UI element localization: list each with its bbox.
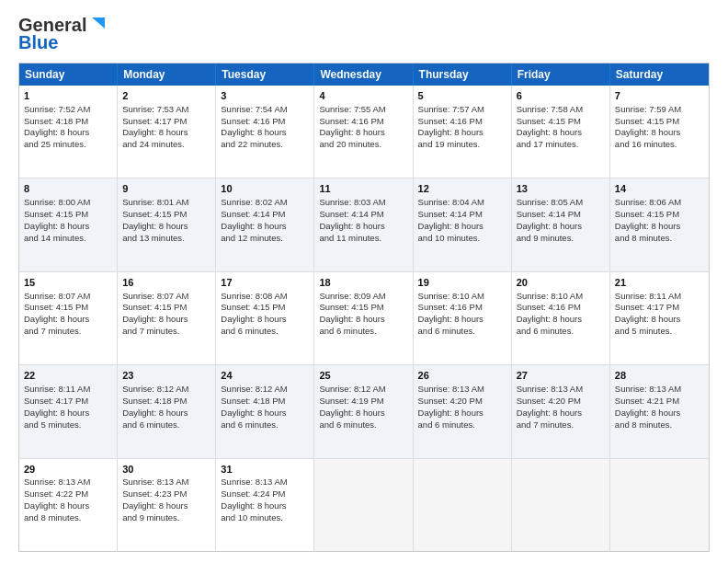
sunrise: Sunrise: 8:12 AM [319,384,385,394]
calendar-row-1: 1Sunrise: 7:52 AMSunset: 4:18 PMDaylight… [19,86,709,178]
day-number: 22 [24,369,112,383]
daylight: Daylight: 8 hours [319,314,384,324]
cal-cell-23: 23Sunrise: 8:12 AMSunset: 4:18 PMDayligh… [118,365,216,457]
daylight-cont: and 6 minutes. [221,419,278,430]
sunrise: Sunrise: 8:11 AM [615,291,681,301]
sunrise: Sunrise: 8:09 AM [319,291,385,301]
day-number: 28 [615,369,704,383]
daylight-cont: and 7 minutes. [122,326,179,336]
sunset: Sunset: 4:15 PM [319,302,383,312]
daylight-cont: and 17 minutes. [517,139,579,149]
sunrise: Sunrise: 7:55 AM [319,104,385,114]
empty-cell [414,459,512,551]
sunset: Sunset: 4:14 PM [319,209,383,219]
cal-cell-20: 20Sunrise: 8:10 AMSunset: 4:16 PMDayligh… [512,272,610,364]
cal-cell-13: 13Sunrise: 8:05 AMSunset: 4:14 PMDayligh… [512,178,610,270]
daylight-cont: and 10 minutes. [418,233,481,243]
sunset: Sunset: 4:16 PM [418,302,483,312]
sunset: Sunset: 4:14 PM [221,209,285,219]
cal-cell-1: 1Sunrise: 7:52 AMSunset: 4:18 PMDaylight… [19,86,118,178]
sunrise: Sunrise: 7:54 AM [221,104,287,114]
sunset: Sunset: 4:20 PM [517,396,581,406]
calendar-header: SundayMondayTuesdayWednesdayThursdayFrid… [19,63,709,86]
weekday-header-friday: Friday [512,63,610,86]
daylight: Daylight: 8 hours [221,408,286,418]
sunset: Sunset: 4:15 PM [122,302,187,312]
sunset: Sunset: 4:17 PM [122,116,187,126]
sunset: Sunset: 4:16 PM [221,116,285,126]
daylight: Daylight: 8 hours [122,314,188,324]
cal-cell-5: 5Sunrise: 7:57 AMSunset: 4:16 PMDaylight… [414,86,512,178]
sunrise: Sunrise: 8:13 AM [24,477,90,487]
cal-cell-9: 9Sunrise: 8:01 AMSunset: 4:15 PMDaylight… [118,178,216,270]
day-number: 17 [221,276,309,290]
sunset: Sunset: 4:16 PM [517,302,581,312]
day-number: 8 [24,182,112,196]
sunrise: Sunrise: 8:03 AM [319,197,385,207]
day-number: 21 [615,276,704,290]
daylight: Daylight: 8 hours [24,500,89,511]
cal-cell-16: 16Sunrise: 8:07 AMSunset: 4:15 PMDayligh… [118,272,216,364]
daylight-cont: and 7 minutes. [517,419,574,430]
sunset: Sunset: 4:15 PM [221,302,285,312]
cal-cell-12: 12Sunrise: 8:04 AMSunset: 4:14 PMDayligh… [414,178,512,270]
daylight-cont: and 10 minutes. [221,512,283,523]
daylight-cont: and 8 minutes. [615,419,672,430]
day-number: 9 [122,182,210,196]
daylight-cont: and 9 minutes. [122,512,179,523]
daylight: Daylight: 8 hours [319,221,384,231]
daylight-cont: and 8 minutes. [615,233,672,243]
daylight: Daylight: 8 hours [24,127,89,137]
day-number: 4 [319,89,407,103]
cal-cell-31: 31Sunrise: 8:13 AMSunset: 4:24 PMDayligh… [216,459,314,551]
daylight-cont: and 8 minutes. [24,512,81,523]
daylight-cont: and 9 minutes. [517,233,574,243]
daylight: Daylight: 8 hours [615,408,680,418]
day-number: 1 [24,89,112,103]
logo-arrow-icon [88,14,108,34]
cal-cell-11: 11Sunrise: 8:03 AMSunset: 4:14 PMDayligh… [314,178,413,270]
sunrise: Sunrise: 8:06 AM [615,197,681,207]
day-number: 26 [418,369,506,383]
sunrise: Sunrise: 8:07 AM [122,291,188,301]
sunrise: Sunrise: 8:11 AM [24,384,90,394]
daylight: Daylight: 8 hours [221,221,286,231]
day-number: 19 [418,276,506,290]
header: General Blue [18,15,710,53]
day-number: 12 [418,182,506,196]
daylight-cont: and 14 minutes. [24,233,86,243]
daylight-cont: and 12 minutes. [221,233,283,243]
day-number: 14 [615,182,704,196]
daylight-cont: and 20 minutes. [319,139,381,149]
cal-cell-4: 4Sunrise: 7:55 AMSunset: 4:16 PMDaylight… [314,86,413,178]
cal-cell-26: 26Sunrise: 8:13 AMSunset: 4:20 PMDayligh… [414,365,512,457]
daylight-cont: and 16 minutes. [615,139,677,149]
sunset: Sunset: 4:16 PM [319,116,383,126]
calendar-row-4: 22Sunrise: 8:11 AMSunset: 4:17 PMDayligh… [19,365,709,458]
sunset: Sunset: 4:16 PM [418,116,483,126]
empty-cell [512,459,610,551]
daylight-cont: and 6 minutes. [122,419,179,430]
sunrise: Sunrise: 8:01 AM [122,197,188,207]
sunset: Sunset: 4:15 PM [24,302,88,312]
calendar-body: 1Sunrise: 7:52 AMSunset: 4:18 PMDaylight… [19,86,709,551]
cal-cell-27: 27Sunrise: 8:13 AMSunset: 4:20 PMDayligh… [512,365,610,457]
day-number: 13 [517,182,605,196]
daylight: Daylight: 8 hours [319,408,384,418]
daylight-cont: and 6 minutes. [418,326,475,336]
daylight: Daylight: 8 hours [319,127,384,137]
daylight: Daylight: 8 hours [122,500,188,511]
sunrise: Sunrise: 8:12 AM [122,384,188,394]
daylight: Daylight: 8 hours [221,500,286,511]
sunset: Sunset: 4:18 PM [122,396,187,406]
daylight-cont: and 7 minutes. [24,326,81,336]
day-number: 20 [517,276,605,290]
daylight: Daylight: 8 hours [615,127,680,137]
day-number: 24 [221,369,309,383]
sunrise: Sunrise: 8:10 AM [517,291,583,301]
cal-cell-30: 30Sunrise: 8:13 AMSunset: 4:23 PMDayligh… [118,459,216,551]
sunset: Sunset: 4:18 PM [221,396,285,406]
sunrise: Sunrise: 8:07 AM [24,291,90,301]
sunrise: Sunrise: 8:02 AM [221,197,287,207]
weekday-header-thursday: Thursday [414,63,512,86]
